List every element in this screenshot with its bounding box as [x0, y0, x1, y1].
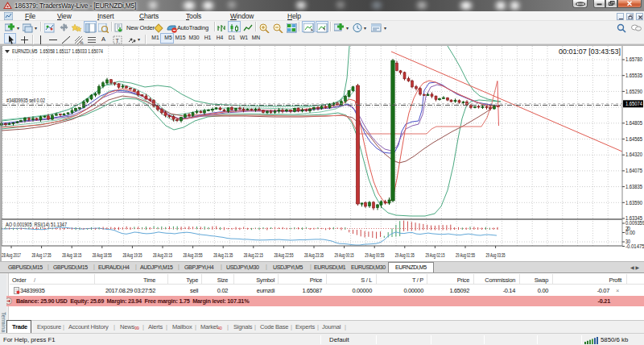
- svg-text:28 Aug 19:35: 28 Aug 19:35: [122, 252, 142, 259]
- svg-text:1.65074: 1.65074: [625, 101, 642, 106]
- svg-text:28 Aug 23:35: 28 Aug 23:35: [304, 252, 324, 259]
- svg-text:29 Aug 00:15: 29 Aug 00:15: [335, 252, 354, 259]
- svg-text:1.65780: 1.65780: [625, 56, 642, 62]
- svg-text:28 Aug 20:55: 28 Aug 20:55: [184, 252, 203, 259]
- svg-text:EURNZDi,M5 1.65058 1.65117 1.: EURNZDi,M5 1.65058 1.65117 1.65033 1.650…: [12, 48, 103, 54]
- svg-text:1.64320: 1.64320: [625, 152, 642, 157]
- svg-text:29 Aug 01:35: 29 Aug 01:35: [395, 252, 415, 259]
- svg-text:28 Aug 22:15: 28 Aug 22:15: [244, 252, 263, 259]
- svg-text:1.63590: 1.63590: [625, 200, 642, 206]
- svg-text:20: 20: [625, 226, 630, 231]
- svg-text:1.64565: 1.64565: [625, 136, 642, 142]
- svg-text:29 Aug 03:35: 29 Aug 03:35: [486, 252, 506, 259]
- svg-text:28 Aug 17:35: 28 Aug 17:35: [32, 252, 52, 259]
- svg-text:1.65290: 1.65290: [625, 89, 642, 94]
- svg-text:29 Aug 02:55: 29 Aug 02:55: [456, 252, 475, 259]
- svg-text:29 Aug 02:15: 29 Aug 02:15: [425, 252, 444, 259]
- svg-text:1.64805: 1.64805: [625, 120, 642, 126]
- svg-text:AO 0.001905 RSI(14) 51.1347: AO 0.001905 RSI(14) 51.1347: [6, 222, 67, 228]
- svg-text:1.64075: 1.64075: [625, 168, 642, 173]
- svg-text:28 Aug 2017: 28 Aug 2017: [2, 252, 21, 259]
- svg-text:28 Aug 18:55: 28 Aug 18:55: [93, 252, 112, 259]
- svg-text:-0.014755: -0.014755: [625, 243, 644, 249]
- svg-text:00:01:07 [03:43:53]: 00:01:07 [03:43:53]: [559, 48, 621, 56]
- svg-text:28 Aug 22:55: 28 Aug 22:55: [274, 252, 293, 259]
- svg-text:28 Aug 18:15: 28 Aug 18:15: [62, 252, 81, 259]
- svg-text:29 Aug 00:55: 29 Aug 00:55: [365, 252, 384, 259]
- svg-text:1.63835: 1.63835: [625, 184, 642, 189]
- svg-text:T: T: [116, 38, 120, 44]
- svg-text:#34839935 sell 0.02: #34839935 sell 0.02: [6, 98, 45, 103]
- svg-text:1.65535: 1.65535: [625, 73, 642, 78]
- svg-text:28 Aug 20:15: 28 Aug 20:15: [153, 252, 172, 259]
- svg-text:28 Aug 21:35: 28 Aug 21:35: [213, 252, 233, 259]
